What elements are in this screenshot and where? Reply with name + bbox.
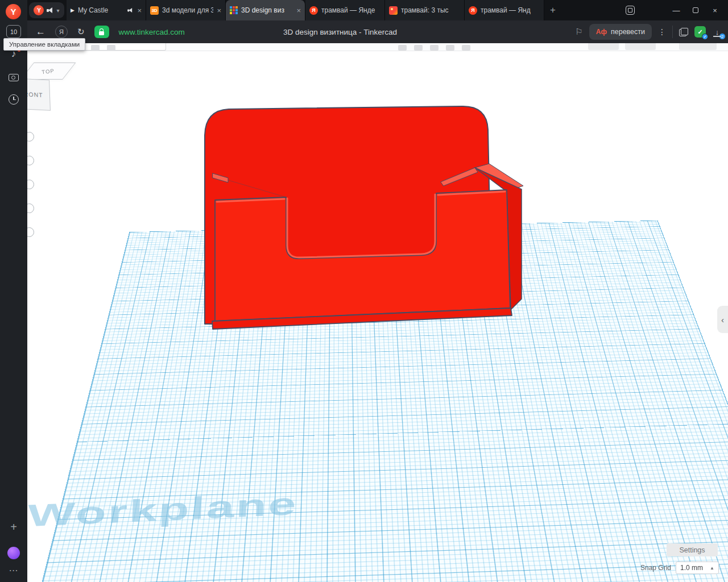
sidebar-more-icon[interactable]: ⋯ (0, 565, 27, 576)
toolbar-icon-partial (107, 45, 115, 51)
download-arrow-glyph: ↓ (715, 28, 719, 36)
view-cube-top-face[interactable]: TOP (27, 63, 76, 80)
tab-title: трамвай: 3 тыс (401, 6, 460, 14)
browser-menu-pill[interactable]: Y ▾ (29, 2, 64, 18)
toolbar-icon-partial (446, 45, 454, 51)
reload-button[interactable]: ↻ (77, 27, 85, 37)
extension-badge-icon: ✓ (702, 34, 708, 40)
maximize-button[interactable] (686, 0, 705, 20)
window-controls: — × (626, 0, 728, 20)
tab-strip: Y ▾ ▶ My Castle × 3D 3d модели для 3 × 3… (27, 0, 728, 20)
bookmark-flag-icon[interactable]: ⚐ (575, 27, 582, 37)
panel-collapse-button[interactable]: ‹ (717, 306, 728, 333)
model-business-card-holder[interactable] (205, 106, 523, 329)
side-panels-icon[interactable] (679, 28, 688, 36)
translate-icon: Аф (596, 28, 607, 36)
tab-overview-icon[interactable] (626, 6, 635, 15)
view-cube[interactable]: TOP FRONT (27, 60, 75, 117)
nav-controls: ← Я ↻ www.tinkercad.com (27, 26, 185, 38)
downloads-icon[interactable]: ↓ 2 (712, 27, 722, 37)
view-cube-front-face[interactable]: FRONT (27, 78, 51, 111)
snap-grid-label: Snap Grid (640, 564, 671, 572)
downloads-badge: 2 (719, 33, 726, 40)
extension-icon[interactable]: ✓ ✓ (694, 26, 706, 38)
tab-title: My Castle (78, 6, 123, 14)
3d-badge-icon: 3D (150, 6, 159, 15)
sidebar-add-icon[interactable]: + (0, 521, 27, 534)
tab-title: трамвай — Янд (481, 6, 540, 14)
toolbar-icon-partial (462, 45, 470, 51)
browser-tab-3d-models[interactable]: 3D 3d модели для 3 × (146, 0, 226, 20)
chevron-down-icon: ▾ (56, 7, 59, 14)
toolbar-icon-partial (414, 45, 423, 51)
tinkercad-grid-icon (230, 6, 238, 14)
browser-sidebar: Y 10 ♪ + ⋯ (0, 0, 27, 582)
new-tab-button[interactable]: + (544, 0, 561, 20)
alice-assistant-icon[interactable] (7, 547, 20, 559)
tab-title: 3d модели для 3 (162, 6, 213, 14)
snap-grid-dropdown[interactable]: 1.0 mm ▲ (676, 562, 719, 574)
view-cube-front-label: FRONT (27, 90, 43, 98)
close-window-button[interactable]: × (705, 0, 725, 20)
snap-grid-value: 1.0 mm (680, 564, 703, 572)
view-cube-top-label: TOP (42, 67, 55, 75)
address-bar-actions: ⚐ Аф перевести ⋮ ✓ ✓ ↓ 2 (575, 20, 728, 43)
tab-manager-button[interactable]: 10 (6, 25, 21, 38)
yandex-browser-window: Y 10 ♪ + ⋯ Y ▾ ▶ My Castle × 3D 3d модел… (0, 0, 728, 582)
image-icon (389, 6, 398, 15)
global-sound-icon[interactable] (47, 7, 53, 14)
secure-lock-icon[interactable] (94, 26, 109, 38)
tab-close-icon[interactable]: × (296, 6, 301, 15)
yandex-icon: Я (309, 6, 318, 15)
divider (672, 26, 673, 38)
browser-tab-tram-search[interactable]: Я трамвай — Янде (305, 0, 385, 20)
tab-title: 3D design виз (241, 6, 293, 14)
toolbar-icon-partial (91, 45, 100, 51)
tab-title: трамвай — Янде (321, 6, 380, 14)
settings-button[interactable]: Settings (667, 543, 718, 556)
tooltip-manage-tabs: Управление вкладками (3, 38, 85, 51)
back-button[interactable]: ← (36, 26, 46, 38)
toolbar-button-partial (679, 43, 717, 50)
tab-audio-icon[interactable] (128, 7, 134, 13)
play-icon: ▶ (71, 7, 75, 13)
browser-tab-tram-search-2[interactable]: Я трамвай — Янд (465, 0, 544, 20)
url-text[interactable]: www.tinkercad.com (119, 28, 185, 36)
history-clock-icon[interactable] (9, 94, 19, 105)
browser-tab-tram-images[interactable]: трамвай: 3 тыс (385, 0, 465, 20)
tab-close-icon[interactable]: × (217, 6, 221, 15)
browser-tab-my-castle[interactable]: ▶ My Castle × (67, 0, 146, 20)
yandex-browser-logo-icon[interactable]: Y (6, 4, 21, 19)
page-title: 3D design визитница - Tinkercad (181, 28, 499, 36)
toolbar-icon-partial (430, 45, 439, 51)
yandex-logo-icon: Y (34, 5, 44, 15)
lock-glyph (99, 31, 104, 35)
translate-label: перевести (611, 28, 645, 36)
model-layer (27, 43, 728, 582)
toolbar-icon-partial (398, 45, 407, 51)
address-bar: ← Я ↻ www.tinkercad.com 3D design визитн… (27, 20, 728, 43)
toolbar-button-partial (625, 43, 656, 50)
tinkercad-canvas[interactable]: Workplane TOP FRONT (27, 43, 728, 582)
tab-close-icon[interactable]: × (137, 6, 142, 15)
yandex-home-button[interactable]: Я (55, 26, 68, 38)
minimize-button[interactable]: — (667, 0, 686, 20)
translate-button[interactable]: Аф перевести (589, 24, 652, 40)
url-menu-icon[interactable]: ⋮ (658, 27, 666, 36)
toolbar-partial (27, 43, 728, 51)
screenshot-camera-icon[interactable] (9, 74, 19, 81)
browser-tab-tinkercad-active[interactable]: 3D design виз × (226, 0, 305, 20)
maximize-icon (693, 7, 698, 13)
yandex-icon: Я (469, 6, 477, 15)
toolbar-button-partial (588, 43, 619, 50)
snap-grid-control: Snap Grid 1.0 mm ▲ (640, 562, 719, 574)
dropdown-caret-icon: ▲ (710, 566, 714, 571)
